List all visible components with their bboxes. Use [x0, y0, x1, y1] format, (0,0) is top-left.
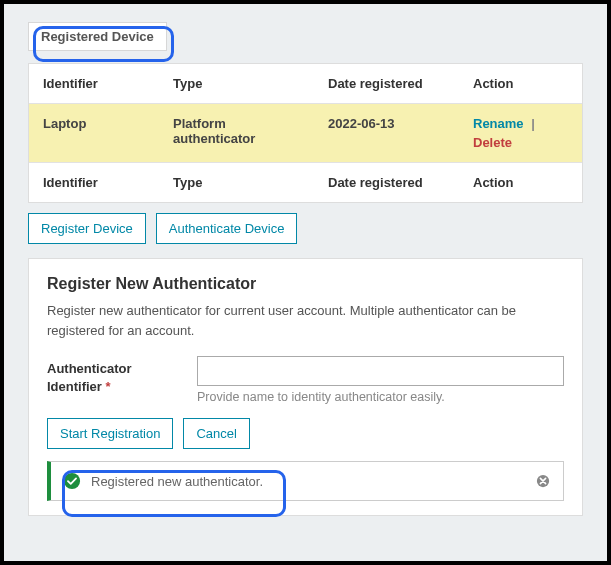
col-footer-type: Type	[159, 163, 314, 202]
delete-link[interactable]: Delete	[473, 135, 512, 150]
table-row: Laptop Platform authenticator 2022-06-13…	[29, 104, 582, 163]
app-frame: Registered Device Identifier Type Date r…	[0, 0, 611, 565]
col-header-identifier: Identifier	[29, 64, 159, 103]
col-header-type: Type	[159, 64, 314, 103]
rename-link[interactable]: Rename	[473, 116, 524, 131]
success-alert: Registered new authenticator.	[47, 461, 564, 501]
registered-devices-table: Identifier Type Date registered Action L…	[28, 63, 583, 203]
form-help-text: Provide name to identity authenticator e…	[197, 390, 564, 404]
action-separator: |	[531, 116, 535, 131]
check-circle-icon	[63, 472, 81, 490]
form-buttons: Start Registration Cancel	[47, 418, 564, 449]
col-header-date: Date registered	[314, 64, 459, 103]
cancel-button[interactable]: Cancel	[183, 418, 249, 449]
svg-point-0	[64, 473, 80, 489]
close-icon[interactable]	[535, 473, 551, 489]
register-device-button[interactable]: Register Device	[28, 213, 146, 244]
register-authenticator-card: Register New Authenticator Register new …	[28, 258, 583, 516]
card-title: Register New Authenticator	[47, 275, 564, 293]
label-text: Authenticator Identifier	[47, 361, 132, 394]
required-mark: *	[106, 379, 111, 394]
col-footer-identifier: Identifier	[29, 163, 159, 202]
card-description: Register new authenticator for current u…	[47, 301, 564, 340]
table-header-row: Identifier Type Date registered Action	[29, 64, 582, 104]
form-input-wrap: Provide name to identity authenticator e…	[197, 356, 564, 404]
alert-message: Registered new authenticator.	[91, 474, 263, 489]
cell-identifier: Laptop	[29, 104, 159, 162]
cell-actions: Rename | Delete	[459, 104, 582, 162]
section-label: Registered Device	[28, 22, 167, 51]
form-row-identifier: Authenticator Identifier * Provide name …	[47, 356, 564, 404]
col-header-action: Action	[459, 64, 582, 103]
authenticate-device-button[interactable]: Authenticate Device	[156, 213, 298, 244]
form-label-identifier: Authenticator Identifier *	[47, 356, 187, 396]
start-registration-button[interactable]: Start Registration	[47, 418, 173, 449]
cell-date: 2022-06-13	[314, 104, 459, 162]
table-footer-row: Identifier Type Date registered Action	[29, 163, 582, 202]
cell-type: Platform authenticator	[159, 104, 314, 162]
col-footer-action: Action	[459, 163, 582, 202]
device-buttons: Register Device Authenticate Device	[28, 213, 583, 244]
authenticator-identifier-input[interactable]	[197, 356, 564, 386]
col-footer-date: Date registered	[314, 163, 459, 202]
